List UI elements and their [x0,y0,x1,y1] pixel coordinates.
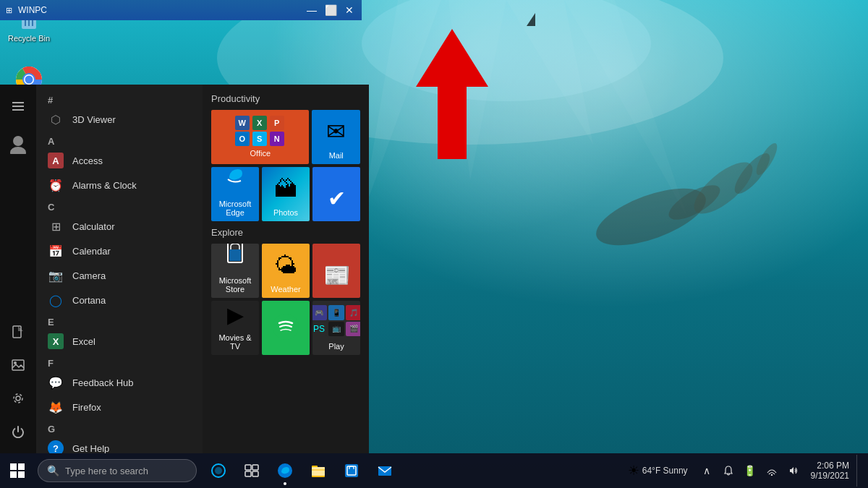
condition-display: Sunny [663,466,688,476]
svg-rect-52 [378,466,391,476]
titlebar: ⊞ WINPC — ⬜ ✕ [0,0,362,20]
tile-spotify[interactable] [262,301,310,355]
taskbar-mail-button[interactable] [369,455,401,487]
weather-tray[interactable]: ☀ 64°F Sunny [622,460,694,481]
taskbar-edge-button[interactable] [269,455,301,487]
news-tile-icon: 📰 [323,262,350,288]
tile-tasks[interactable]: ✔ [312,167,360,221]
cortana-icon [210,463,226,479]
app-name-cortana: Cortana [72,295,106,306]
taskbar-cortana-button[interactable] [203,455,234,487]
search-icon: 🔍 [47,465,59,476]
app-item-firefox[interactable]: 🦊 Firefox [36,395,203,419]
tiles-row-3: Microsoft Store 🌤 Weather 📰 [211,244,360,298]
calculator-icon: ⊞ [48,218,64,234]
pictures-icon [12,359,25,372]
hamburger-icon [12,102,24,111]
tile-play[interactable]: 🎮 📱 🎵 PS 📺 🎬 Play [312,301,360,355]
start-menu: # ⬡ 3D Viewer A A Access ⏰ Alarms & Cloc… [0,85,369,453]
tiles-row-4: ▶ Movies & TV [211,301,360,355]
system-clock[interactable]: 2:06 PM 9/19/2021 [807,459,854,482]
taskbar-store-button[interactable] [336,455,367,487]
tile-office[interactable]: W X P O S N Office [211,110,309,164]
tile-mail[interactable]: ✉ Mail [312,110,360,164]
maximize-button[interactable]: ⬜ [324,5,337,15]
cortana-icon: ◯ [48,292,64,308]
svg-point-27 [16,396,20,401]
notifications-icon [723,466,733,476]
spotify-tile-icon [273,314,299,345]
svg-point-6 [590,176,713,257]
store-tile-icon [222,244,248,270]
start-tiles: Productivity W X P O S N Office ✉ [203,85,369,453]
office-onenote-icon: N [270,132,284,146]
app-item-calendar[interactable]: 📅 Calendar [36,239,203,263]
svg-point-23 [10,147,26,154]
app-item-cortana[interactable]: ◯ Cortana [36,288,203,312]
start-button[interactable] [0,453,35,488]
titlebar-title: WINPC [18,5,47,15]
play-app-5: 📺 [328,322,344,337]
gethelp-icon: ? [48,440,64,453]
app-item-camera[interactable]: 📷 Camera [36,263,203,288]
tile-edge[interactable]: Microsoft Edge [211,167,259,221]
app-item-calculator[interactable]: ⊞ Calculator [36,214,203,239]
photos-tile-icon: 🏔 [274,176,297,202]
pictures-button[interactable] [2,349,34,381]
start-bottom-buttons [2,316,34,453]
section-c: C [36,197,203,214]
app-name-firefox: Firefox [72,402,101,413]
user-avatar-button[interactable] [2,128,34,160]
svg-point-35 [273,314,299,340]
play-app-1: 🎮 [312,305,327,320]
tile-photos[interactable]: 🏔 Photos [262,167,310,221]
start-menu-left-strip [0,85,36,453]
tile-news[interactable]: 📰 [312,244,360,298]
titlebar-controls: — ⬜ ✕ [305,5,356,15]
minimize-button[interactable]: — [305,5,318,15]
svg-rect-42 [245,465,251,470]
tray-notifications-button[interactable] [718,461,739,481]
office-outlook-icon: O [235,132,250,146]
tray-volume-icon[interactable] [783,461,804,481]
tile-movies[interactable]: ▶ Movies & TV [211,301,259,355]
svg-rect-43 [252,465,258,470]
power-button[interactable] [2,416,34,448]
hamburger-menu-button[interactable] [2,90,34,122]
app-item-3dviewer[interactable]: ⬡ 3D Viewer [36,107,203,132]
weather-tile-icon: 🌤 [274,252,297,279]
show-desktop-button[interactable] [856,455,862,487]
app-item-feedback[interactable]: 💬 Feedback Hub [36,370,203,395]
tile-store[interactable]: Microsoft Store [211,244,259,298]
clock-time: 2:06 PM [817,461,849,471]
taskbar-taskview-button[interactable] [236,455,268,487]
power-icon [12,425,25,438]
weather-tray-icon: ☀ [628,463,639,479]
close-button[interactable]: ✕ [343,5,356,15]
app-item-gethelp[interactable]: ? Get Help [36,436,203,453]
recycle-bin-label: Recycle Bin [8,34,50,43]
desktop: ⊞ WINPC — ⬜ ✕ Recycle Bin [0,0,868,488]
settings-button[interactable] [2,382,34,414]
app-item-excel[interactable]: X Excel [36,329,203,354]
app-name-camera: Camera [72,270,106,281]
calendar-icon: 📅 [48,243,64,259]
tray-network-icon[interactable] [762,461,782,481]
tile-movies-label: Movies & TV [216,333,255,351]
search-bar[interactable]: 🔍 Type here to search [38,459,197,482]
tile-weather[interactable]: 🌤 Weather [262,244,310,298]
section-e: E [36,312,203,329]
movies-tile-icon: ▶ [227,302,244,328]
app-item-access[interactable]: A Access [36,148,203,173]
documents-icon [12,325,25,338]
documents-button[interactable] [2,316,34,348]
feedback-icon: 💬 [48,374,64,390]
app-item-alarms[interactable]: ⏰ Alarms & Clock [36,173,203,197]
office-excel-icon: X [252,116,267,130]
svg-rect-36 [10,463,17,470]
taskbar-explorer-button[interactable] [302,455,334,487]
system-tray: ☀ 64°F Sunny ∧ 🔋 [622,455,868,487]
tray-chevron-button[interactable]: ∧ [697,461,717,481]
taskbar: 🔍 Type here to search [0,453,868,488]
svg-rect-45 [252,471,258,476]
